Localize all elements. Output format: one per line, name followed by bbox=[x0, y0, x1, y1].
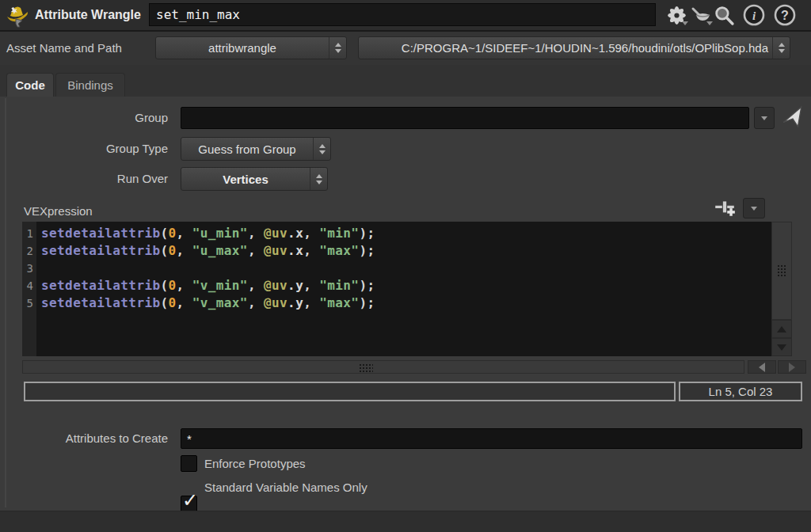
wrangle-hat-icon bbox=[5, 2, 30, 28]
attribute-wrangle-parameter-pane: Attribute Wrangle bbox=[0, 0, 811, 532]
scrollbar-grip-icon[interactable] bbox=[777, 264, 787, 276]
spinner-down-icon bbox=[319, 150, 326, 154]
scroll-up-button[interactable] bbox=[771, 320, 792, 338]
dropdown-arrow-icon bbox=[751, 207, 757, 211]
scroll-down-button[interactable] bbox=[771, 338, 792, 356]
svg-text:?: ? bbox=[781, 9, 789, 22]
standard-variable-names-label: Standard Variable Names Only bbox=[204, 479, 367, 496]
code-tab-panel: Group Group Type Guess from Group Run Ov… bbox=[0, 97, 811, 511]
asset-path-spinner[interactable] bbox=[772, 37, 790, 59]
standard-variable-names-checkbox[interactable]: ✓ bbox=[181, 496, 197, 512]
group-type-dropdown[interactable]: Guess from Group bbox=[181, 137, 331, 161]
asset-name-path-label: Asset Name and Path bbox=[6, 32, 122, 65]
tab-bar: Code Bindings bbox=[0, 65, 811, 97]
take-dropdown-arrow-icon[interactable] bbox=[706, 21, 713, 25]
run-over-value: Vertices bbox=[181, 168, 310, 190]
group-type-label: Group Type bbox=[0, 137, 168, 161]
spinner-up-icon bbox=[335, 43, 341, 47]
status-message-box bbox=[24, 382, 676, 401]
code-line[interactable]: setdetailattrib(0, "u_min", @uv.x, "min"… bbox=[41, 225, 771, 242]
spinner-down-icon bbox=[779, 49, 785, 53]
asset-name-value: attribwrangle bbox=[156, 37, 329, 59]
left-arrow-icon bbox=[759, 363, 765, 372]
enforce-prototypes-checkbox[interactable] bbox=[181, 455, 197, 472]
group-select-arrow-button[interactable] bbox=[781, 105, 805, 129]
code-line[interactable]: setdetailattrib(0, "v_min", @uv.y, "min"… bbox=[41, 277, 771, 294]
scroll-right-button[interactable] bbox=[778, 360, 806, 374]
group-type-spinner[interactable] bbox=[313, 138, 330, 160]
run-over-spinner[interactable] bbox=[310, 168, 327, 190]
vexpression-menu-button[interactable] bbox=[743, 198, 765, 218]
enforce-prototypes-label: Enforce Prototypes bbox=[204, 455, 306, 472]
code-gutter: 12345 bbox=[22, 222, 36, 356]
asset-name-dropdown[interactable]: attribwrangle bbox=[155, 36, 347, 59]
spinner-up-icon bbox=[779, 43, 785, 47]
title-bar: Attribute Wrangle bbox=[0, 0, 811, 32]
attributes-to-create-label: Attributes to Create bbox=[0, 428, 168, 449]
group-type-value: Guess from Group bbox=[181, 138, 313, 160]
line-number: 1 bbox=[22, 225, 36, 242]
code-line[interactable] bbox=[41, 260, 771, 277]
tab-code[interactable]: Code bbox=[6, 73, 54, 97]
scroll-left-button[interactable] bbox=[748, 360, 776, 374]
line-number: 2 bbox=[22, 242, 36, 260]
cursor-position-indicator: Ln 5, Col 23 bbox=[679, 382, 802, 401]
add-spare-parameters-icon[interactable] bbox=[713, 196, 737, 220]
dropdown-arrow-icon bbox=[761, 116, 767, 120]
spinner-up-icon bbox=[316, 174, 322, 178]
line-number: 4 bbox=[22, 277, 36, 294]
scrollbar-grip-icon[interactable] bbox=[359, 363, 373, 372]
right-arrow-icon bbox=[789, 363, 795, 372]
line-number: 5 bbox=[22, 294, 36, 312]
tab-bindings[interactable]: Bindings bbox=[55, 73, 125, 97]
code-lines[interactable]: setdetailattrib(0, "u_min", @uv.x, "min"… bbox=[36, 222, 771, 356]
asset-name-spinner[interactable] bbox=[329, 37, 346, 59]
vertical-scroll-column bbox=[771, 222, 792, 356]
vertical-scrollbar[interactable] bbox=[771, 222, 792, 320]
up-arrow-icon bbox=[777, 326, 786, 332]
down-arrow-icon bbox=[777, 344, 786, 351]
run-over-label: Run Over bbox=[0, 167, 168, 191]
asset-path-value: C:/PROGRA~1/SIDEEF~1/HOUDIN~1.596/houdin… bbox=[359, 37, 772, 59]
spinner-down-icon bbox=[316, 180, 322, 184]
horizontal-scrollbar[interactable] bbox=[22, 360, 744, 374]
help-icon[interactable]: ? bbox=[774, 2, 796, 28]
code-line[interactable]: setdetailattrib(0, "v_max", @uv.y, "max"… bbox=[41, 294, 771, 312]
node-type-label: Attribute Wrangle bbox=[35, 0, 141, 30]
checkmark-icon: ✓ bbox=[182, 491, 198, 510]
asset-path-dropdown[interactable]: C:/PROGRA~1/SIDEEF~1/HOUDIN~1.596/houdin… bbox=[358, 36, 790, 59]
run-over-dropdown[interactable]: Vertices bbox=[181, 167, 328, 191]
attributes-to-create-input[interactable] bbox=[181, 428, 802, 449]
presets-dropdown-arrow-icon[interactable] bbox=[682, 21, 688, 25]
group-dropdown-button[interactable] bbox=[754, 107, 775, 129]
group-input[interactable] bbox=[181, 107, 749, 129]
spinner-up-icon bbox=[319, 144, 326, 148]
node-name-input[interactable] bbox=[149, 3, 656, 26]
asset-row: Asset Name and Path attribwrangle C:/PRO… bbox=[0, 32, 811, 66]
bottom-strip bbox=[0, 511, 811, 532]
line-number: 3 bbox=[22, 260, 36, 277]
code-line[interactable]: setdetailattrib(0, "u_max", @uv.x, "max"… bbox=[41, 242, 771, 260]
vexpression-editor[interactable]: 12345 setdetailattrib(0, "u_min", @uv.x,… bbox=[22, 222, 792, 356]
vexpression-label: VEXpression bbox=[24, 204, 93, 218]
spinner-down-icon bbox=[335, 49, 341, 53]
search-icon[interactable] bbox=[713, 2, 735, 28]
group-label: Group bbox=[0, 107, 168, 129]
info-icon[interactable]: i bbox=[743, 2, 765, 28]
